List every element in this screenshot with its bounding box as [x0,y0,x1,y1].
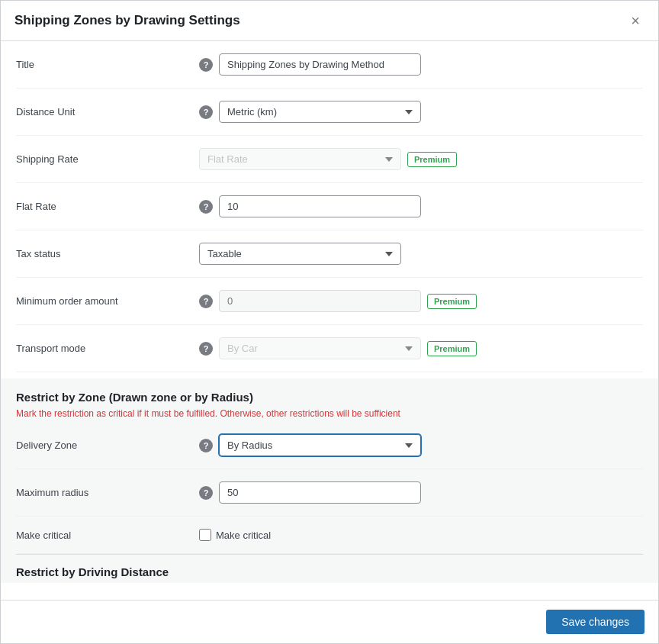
distance-unit-label: Distance Unit [16,106,199,118]
restrict-zone-desc: Mark the restriction as critical if it m… [16,408,643,419]
make-critical-label: Make critical [16,530,199,541]
min-order-control-wrap: ? Premium [199,290,643,312]
shipping-rate-premium-badge: Premium [407,152,457,167]
make-critical-checkbox-wrap: Make critical [199,529,271,541]
tax-status-row: Tax status Taxable None [16,230,643,278]
restrict-zone-title: Restrict by Zone (Drawn zone or by Radiu… [16,391,643,404]
restrict-zone-section: Restrict by Zone (Drawn zone or by Radiu… [1,378,658,583]
restrict-driving-section: Restrict by Driving Distance [16,554,643,583]
min-order-label: Minimum order amount [16,295,199,307]
delivery-zone-help-icon[interactable]: ? [199,439,213,452]
shipping-rate-label: Shipping Rate [16,153,199,165]
distance-unit-row: Distance Unit ? Metric (km) Imperial (mi… [16,89,643,136]
transport-mode-select[interactable]: By Car [219,337,421,359]
min-order-row: Minimum order amount ? Premium [16,278,643,325]
max-radius-input[interactable] [219,481,421,504]
transport-mode-label: Transport mode [16,343,199,354]
max-radius-control-wrap: ? [199,481,643,504]
make-critical-checkbox[interactable] [199,529,211,541]
tax-status-control-wrap: Taxable None [199,243,643,265]
transport-mode-row: Transport mode ? By Car Premium [16,325,643,372]
distance-unit-help-icon[interactable]: ? [199,105,213,119]
title-input[interactable] [219,53,421,76]
max-radius-row: Maximum radius ? [16,469,643,517]
title-row: Title ? [16,41,643,89]
shipping-rate-control-wrap: Flat Rate Premium [199,148,643,170]
distance-unit-select[interactable]: Metric (km) Imperial (mi) [219,101,421,123]
settings-dialog: Shipping Zones by Drawing Settings × Tit… [0,0,659,644]
transport-mode-help-icon[interactable]: ? [199,342,213,356]
main-settings-section: Title ? Distance Unit ? Metric (km) Impe… [1,41,658,372]
min-order-help-icon[interactable]: ? [199,295,213,308]
make-critical-control-wrap: Make critical [199,529,643,541]
dialog-header: Shipping Zones by Drawing Settings × [1,1,658,41]
delivery-zone-row: Delivery Zone ? By Radius By Drawn Zone [16,422,643,469]
dialog-footer: Save changes [1,600,658,643]
flat-rate-label: Flat Rate [16,201,199,212]
dialog-title: Shipping Zones by Drawing Settings [14,13,240,28]
flat-rate-control-wrap: ? [199,195,643,217]
max-radius-label: Maximum radius [16,487,199,498]
flat-rate-row: Flat Rate ? [16,183,643,230]
title-control-wrap: ? [199,53,643,76]
tax-status-select[interactable]: Taxable None [199,243,401,265]
title-help-icon[interactable]: ? [199,58,213,72]
save-button[interactable]: Save changes [546,610,645,634]
max-radius-help-icon[interactable]: ? [199,486,213,500]
min-order-premium-badge: Premium [427,294,477,309]
dialog-body: Title ? Distance Unit ? Metric (km) Impe… [1,41,658,600]
shipping-rate-select[interactable]: Flat Rate [199,148,401,170]
make-critical-row: Make critical Make critical [16,517,643,554]
flat-rate-help-icon[interactable]: ? [199,200,213,214]
delivery-zone-control-wrap: ? By Radius By Drawn Zone [199,434,643,456]
title-label: Title [16,59,199,70]
min-order-input[interactable] [219,290,421,312]
make-critical-checkbox-label: Make critical [216,530,271,541]
delivery-zone-label: Delivery Zone [16,440,199,451]
flat-rate-input[interactable] [219,195,421,217]
transport-mode-control-wrap: ? By Car Premium [199,337,643,359]
close-button[interactable]: × [626,11,645,30]
tax-status-label: Tax status [16,248,199,259]
shipping-rate-row: Shipping Rate Flat Rate Premium [16,136,643,183]
distance-unit-control-wrap: ? Metric (km) Imperial (mi) [199,101,643,123]
transport-mode-premium-badge: Premium [427,341,477,356]
delivery-zone-select[interactable]: By Radius By Drawn Zone [219,434,421,456]
restrict-driving-title: Restrict by Driving Distance [16,565,643,578]
restrict-zone-inner: Delivery Zone ? By Radius By Drawn Zone … [16,422,643,583]
